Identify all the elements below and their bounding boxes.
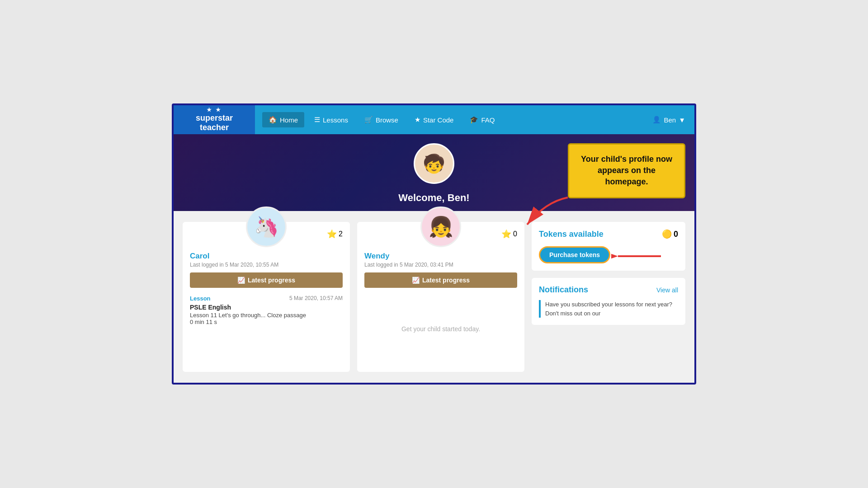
nav-items: 🏠 Home ☰ Lessons 🛒 Browse ★ Star Code 🎓	[255, 112, 652, 127]
nav-lessons[interactable]: ☰ Lessons	[308, 112, 354, 127]
wendy-last-login: Last logged in 5 Mar 2020, 03:41 PM	[364, 262, 517, 268]
lesson-time: 0 min 11 s	[190, 319, 343, 325]
callout-text: Your child's profile now appears on the …	[581, 155, 672, 186]
lesson-title: PSLE English	[190, 304, 343, 311]
navbar: ★ ★ superstar teacher 🏠 Home ☰ Lessons 🛒…	[174, 105, 694, 134]
wendy-tokens: ⭐ 0	[501, 229, 517, 239]
notification-text: Have you subscribed your lessons for nex…	[545, 301, 672, 317]
nav-faq-label: FAQ	[481, 116, 495, 124]
wendy-progress-chart-icon: 📈	[412, 277, 420, 284]
carol-token-count: 2	[339, 230, 343, 238]
nav-lessons-label: Lessons	[323, 116, 348, 124]
notifications-header: Notifications View all	[539, 285, 678, 295]
faq-icon: 🎓	[470, 116, 478, 124]
home-icon: 🏠	[269, 116, 277, 124]
carol-avatar-wrap: 🦄	[190, 206, 343, 247]
arrow-to-purchase	[611, 247, 665, 265]
user-avatar: 🧒	[414, 143, 454, 184]
token-star-icon-2: ⭐	[501, 229, 511, 239]
right-panel: Tokens available 🟡 0 Purchase tokens	[532, 222, 685, 372]
lesson-header: Lesson 5 Mar 2020, 10:57 AM	[190, 295, 343, 302]
browse-icon: 🛒	[364, 116, 373, 124]
nav-user-section: 👤 Ben ▼	[652, 116, 694, 124]
tokens-box: Tokens available 🟡 0 Purchase tokens	[532, 222, 685, 271]
callout-tooltip: Your child's profile now appears on the …	[568, 143, 685, 198]
carol-avatar: 🦄	[246, 206, 287, 247]
carol-progress-label: Latest progress	[248, 277, 295, 284]
brand-name-line2: teacher	[196, 123, 233, 133]
user-menu[interactable]: 👤 Ben ▼	[652, 116, 685, 124]
child-card-wendy: 👧 ⭐ 0 Wendy Last logged in 5 Mar 2020, 0…	[357, 222, 524, 372]
brand-stars: ★ ★	[196, 107, 233, 113]
lesson-label: Lesson	[190, 295, 211, 302]
lessons-icon: ☰	[314, 116, 320, 124]
nav-starcode[interactable]: ★ Star Code	[408, 112, 460, 127]
nav-starcode-label: Star Code	[423, 116, 454, 124]
lesson-date: 5 Mar 2020, 10:57 AM	[289, 295, 343, 302]
main-content: 🦄 ⭐ 2 Carol Last logged in 5 Mar 2020, 1…	[174, 211, 694, 383]
lesson-desc: Lesson 11 Let's go through... Cloze pass…	[190, 312, 343, 319]
token-star-icon: ⭐	[327, 229, 337, 239]
tokens-title: Tokens available	[539, 230, 604, 239]
wendy-progress-label: Latest progress	[422, 277, 470, 284]
carol-progress-btn[interactable]: 📈 Latest progress	[190, 272, 343, 288]
wendy-progress-btn[interactable]: 📈 Latest progress	[364, 272, 517, 288]
nav-browse[interactable]: 🛒 Browse	[358, 112, 405, 127]
token-coin-icon: 🟡	[662, 229, 672, 239]
nav-home[interactable]: 🏠 Home	[262, 112, 304, 127]
carol-lesson-section: Lesson 5 Mar 2020, 10:57 AM PSLE English…	[190, 295, 343, 325]
purchase-label: Purchase tokens	[549, 251, 600, 258]
wendy-empty-text: Get your child started today.	[401, 312, 480, 346]
carol-name: Carol	[190, 252, 343, 261]
brand-logo[interactable]: ★ ★ superstar teacher	[174, 105, 255, 134]
user-icon: 👤	[652, 116, 661, 124]
view-all-link[interactable]: View all	[656, 286, 678, 294]
wendy-name: Wendy	[364, 252, 517, 261]
token-count-value: 0	[674, 230, 678, 239]
nav-home-label: Home	[280, 116, 298, 124]
dropdown-icon: ▼	[679, 116, 685, 124]
brand-name-line1: superstar	[196, 113, 233, 123]
purchase-tokens-btn[interactable]: Purchase tokens	[539, 246, 610, 263]
notifications-box: Notifications View all Have you subscrib…	[532, 278, 685, 325]
wendy-token-count: 0	[513, 230, 517, 238]
tokens-header: Tokens available 🟡 0	[539, 229, 678, 239]
progress-chart-icon: 📈	[237, 277, 245, 284]
nav-faq[interactable]: 🎓 FAQ	[463, 112, 501, 127]
wendy-avatar: 👧	[420, 206, 461, 247]
carol-tokens: ⭐ 2	[327, 229, 343, 239]
notifications-title: Notifications	[539, 285, 588, 295]
child-card-carol: 🦄 ⭐ 2 Carol Last logged in 5 Mar 2020, 1…	[183, 222, 350, 372]
tokens-count: 🟡 0	[662, 229, 678, 239]
nav-browse-label: Browse	[376, 116, 398, 124]
carol-last-login: Last logged in 5 Mar 2020, 10:55 AM	[190, 262, 343, 268]
notification-item: Have you subscribed your lessons for nex…	[539, 300, 678, 318]
hero-banner: 🧒 Welcome, Ben! Your child's profile now…	[174, 134, 694, 211]
star-icon: ★	[415, 116, 420, 124]
wendy-avatar-wrap: 👧	[364, 206, 517, 247]
user-name: Ben	[664, 116, 676, 124]
welcome-message: Welcome, Ben!	[398, 192, 469, 204]
